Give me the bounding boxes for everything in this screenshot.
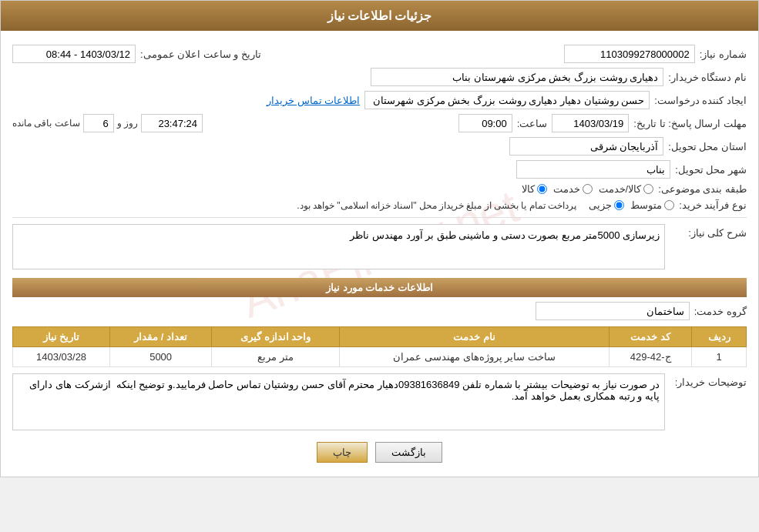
print-button[interactable]: چاپ xyxy=(317,442,368,463)
response-date-input xyxy=(552,114,629,132)
category-radio-group: کالا/خدمت خدمت کالا xyxy=(522,183,654,195)
creator-input xyxy=(364,91,650,109)
cell-unit: متر مربع xyxy=(212,347,340,367)
contact-link[interactable]: اطلاعات تماس خریدار xyxy=(267,95,360,106)
col-header-row: ردیف xyxy=(692,327,747,347)
cell-quantity: 5000 xyxy=(110,347,212,367)
purchase-type-radio-group: متوسط جزیی xyxy=(589,199,674,211)
remaining-days-label: روز و xyxy=(117,118,138,129)
response-time-input xyxy=(458,114,512,132)
purchase-radio-motawaset[interactable] xyxy=(664,200,674,210)
action-buttons: بازگشت چاپ xyxy=(12,442,747,463)
need-desc-label: شرح کلی نیاز: xyxy=(670,224,747,239)
services-table-wrapper: ردیف کد خدمت نام خدمت واحد اندازه گیری ت… xyxy=(12,326,747,367)
col-header-qty: تعداد / مقدار xyxy=(110,327,212,347)
announce-date-input xyxy=(12,45,136,63)
table-row: 1 ج-42-429 ساخت سایر پروژه‌های مهندسی عم… xyxy=(13,347,747,367)
purchase-type-label: نوع فرآیند خرید: xyxy=(679,199,747,211)
back-button[interactable]: بازگشت xyxy=(375,442,442,463)
col-header-name: نام خدمت xyxy=(340,327,610,347)
service-group-input xyxy=(536,302,690,320)
category-label: طبقه بندی موضوعی: xyxy=(658,183,747,195)
col-header-unit: واحد اندازه گیری xyxy=(212,327,340,347)
buyer-org-label: نام دستگاه خریدار: xyxy=(668,72,747,83)
category-option-kala[interactable]: کالا xyxy=(522,183,547,195)
buyer-org-input xyxy=(371,68,663,86)
category-option-khedmat[interactable]: خدمت xyxy=(553,183,593,195)
services-table: ردیف کد خدمت نام خدمت واحد اندازه گیری ت… xyxy=(12,326,747,367)
purchase-option-motawaset[interactable]: متوسط xyxy=(630,199,674,211)
category-radio-khedmat[interactable] xyxy=(583,184,593,194)
response-deadline-label: مهلت ارسال پاسخ: تا تاریخ: xyxy=(633,118,747,129)
creator-label: ایجاد کننده درخواست: xyxy=(654,95,747,106)
cell-code: ج-42-429 xyxy=(609,347,691,367)
page-title: جزئیات اطلاعات نیاز xyxy=(1,1,758,31)
announce-date-label: تاریخ و ساعت اعلان عمومی: xyxy=(140,49,261,60)
remaining-suffix: ساعت باقی مانده xyxy=(12,118,80,129)
purchase-radio-jozi[interactable] xyxy=(614,200,624,210)
response-time-label: ساعت: xyxy=(517,118,548,129)
cell-date: 1403/03/28 xyxy=(13,347,110,367)
need-number-label: شماره نیاز: xyxy=(700,49,747,60)
category-radio-kala[interactable] xyxy=(537,184,547,194)
province-label: استان محل تحویل: xyxy=(668,141,747,152)
purchase-option-jozi[interactable]: جزیی xyxy=(589,199,624,211)
cell-name: ساخت سایر پروژه‌های مهندسی عمران xyxy=(340,347,610,367)
services-section-title: اطلاعات خدمات مورد نیاز xyxy=(12,278,747,297)
cell-row: 1 xyxy=(692,347,747,367)
province-input xyxy=(509,137,663,156)
remaining-days-input xyxy=(83,114,114,132)
purchase-note: پرداخت تمام یا بخشی از مبلغ خریداز محل "… xyxy=(297,200,576,211)
city-input xyxy=(516,160,670,179)
buyer-notes-textarea xyxy=(12,373,665,430)
need-desc-textarea xyxy=(12,224,665,269)
category-radio-kala-khedmat[interactable] xyxy=(643,184,653,194)
service-group-label: گروه خدمت: xyxy=(694,306,747,317)
city-label: شهر محل تحویل: xyxy=(675,164,747,176)
buyer-notes-label: توضیحات خریدار: xyxy=(670,373,747,388)
remaining-time-input xyxy=(141,114,203,132)
col-header-code: کد خدمت xyxy=(609,327,691,347)
col-header-date: تاریخ نیاز xyxy=(13,327,110,347)
category-option-kala-khedmat[interactable]: کالا/خدمت xyxy=(599,183,654,195)
need-number-input xyxy=(564,45,695,63)
